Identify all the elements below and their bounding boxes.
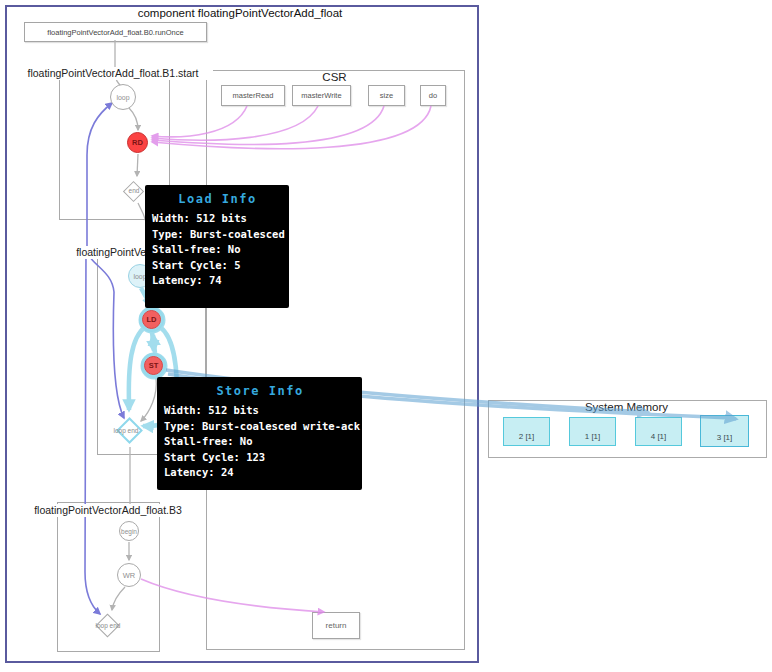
- do-label: do: [429, 91, 437, 100]
- bank-2-label: 2 [1]: [519, 432, 535, 441]
- block-b1-label: floatingPointVectorAdd_float.B1.start: [13, 67, 213, 80]
- store-start: Start Cycle: 123: [164, 450, 356, 466]
- load-info-title: Load Info: [152, 192, 283, 206]
- b2-loop-end-label: loop end: [104, 427, 148, 434]
- wr-node[interactable]: WR: [117, 563, 141, 587]
- st-node[interactable]: ST: [144, 356, 163, 375]
- bank-3-label: 3 [1]: [717, 433, 733, 442]
- store-latency: Latency: 24: [164, 465, 356, 481]
- masterread-label: masterRead: [233, 91, 274, 100]
- memory-bank-3[interactable]: 3 [1]: [700, 415, 749, 447]
- csr-register-masterwrite[interactable]: masterWrite: [292, 85, 351, 106]
- b3-begin-node[interactable]: begin: [119, 521, 139, 541]
- load-info-tooltip: Load Info Width: 512 bits Type: Burst-co…: [145, 185, 289, 308]
- store-stall: Stall-free: No: [164, 434, 356, 450]
- ld-label: LD: [147, 315, 157, 324]
- return-label: return: [326, 621, 347, 630]
- load-width: Width: 512 bits: [152, 211, 283, 227]
- memory-bank-4[interactable]: 4 [1]: [635, 417, 682, 446]
- csr-register-masterread[interactable]: masterRead: [221, 85, 285, 106]
- store-info-title: Store Info: [164, 384, 356, 398]
- memory-bank-1[interactable]: 1 [1]: [569, 417, 616, 446]
- b3-loop-end-label: loop end: [86, 622, 130, 629]
- csr-register-size[interactable]: size: [368, 85, 405, 106]
- rd-load-node[interactable]: RD: [127, 132, 148, 153]
- bank-4-label: 4 [1]: [651, 432, 667, 441]
- load-stall: Stall-free: No: [152, 242, 283, 258]
- b1-loop-label: loop: [116, 94, 129, 101]
- load-start: Start Cycle: 5: [152, 258, 283, 274]
- system-viewer-canvas: component floatingPointVectorAdd_float f…: [0, 0, 772, 672]
- b0-runonce-label: floatingPointVectorAdd_float.B0.runOnce: [47, 28, 183, 37]
- b3-begin-label: begin: [121, 528, 137, 535]
- system-memory-title: System Memory: [488, 401, 765, 413]
- component-title: component floatingPointVectorAdd_float: [5, 7, 475, 19]
- store-info-tooltip: Store Info Width: 512 bits Type: Burst-c…: [157, 377, 362, 490]
- csr-title: CSR: [206, 71, 463, 83]
- size-label: size: [380, 91, 393, 100]
- load-type: Type: Burst-coalesced: [152, 227, 283, 243]
- masterwrite-label: masterWrite: [301, 91, 341, 100]
- rd-label: RD: [132, 138, 143, 147]
- csr-register-do[interactable]: do: [420, 85, 446, 106]
- st-label: ST: [149, 361, 159, 370]
- ld-node[interactable]: LD: [142, 310, 161, 329]
- return-box[interactable]: return: [312, 612, 360, 639]
- store-type: Type: Burst-coalesced write-ack: [164, 419, 356, 435]
- b0-runonce-box[interactable]: floatingPointVectorAdd_float.B0.runOnce: [24, 22, 207, 42]
- wr-label: WR: [123, 571, 136, 580]
- csr-box: [206, 70, 465, 650]
- store-width: Width: 512 bits: [164, 403, 356, 419]
- b1-loop-node[interactable]: loop: [110, 84, 136, 110]
- bank-1-label: 1 [1]: [585, 432, 601, 441]
- memory-bank-2[interactable]: 2 [1]: [503, 417, 550, 446]
- block-b3-label: floatingPointVectorAdd_float.B3: [23, 504, 193, 517]
- load-latency: Latency: 74: [152, 273, 283, 289]
